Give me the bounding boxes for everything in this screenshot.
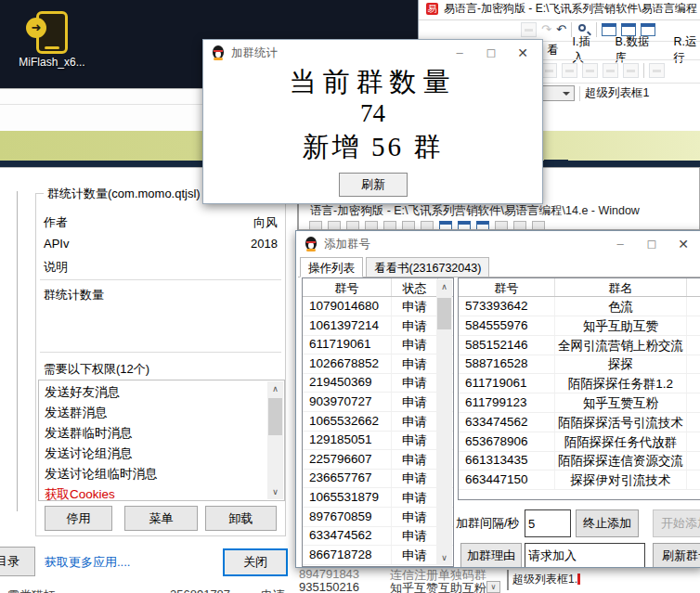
status-cell: 申请 (392, 431, 438, 449)
scroll-down-icon[interactable]: ∨ (486, 581, 500, 593)
maximize-button[interactable]: ◻ (636, 231, 668, 257)
scroll-down-icon[interactable]: ∨ (267, 484, 283, 499)
table-row[interactable]: 1065531879申请 (303, 488, 453, 508)
more-apps-link[interactable]: 获取更多应用.... (45, 554, 130, 571)
scroll-thumb[interactable] (268, 398, 282, 435)
tab-operation-list[interactable]: 操作列表 (300, 257, 363, 277)
qq-icon (304, 237, 318, 251)
toolbar-icon[interactable] (402, 221, 415, 230)
table-scrollbar[interactable]: ∧ ∨ (436, 279, 452, 565)
refresh-button[interactable]: 刷新 (339, 173, 408, 197)
permission-item[interactable]: 发送好友消息 (45, 384, 120, 403)
close-icon[interactable]: ✕ (668, 231, 699, 257)
window-layout-icon[interactable] (602, 23, 616, 36)
table-row[interactable]: 1079014680申请 (303, 297, 453, 316)
window-title: 添加群号 (324, 237, 370, 252)
maximize-button[interactable]: ◻ (475, 40, 507, 66)
permissions-scrollbar[interactable]: ∧ ∨ (267, 381, 283, 499)
toolbar-icon[interactable] (513, 221, 526, 230)
table-row[interactable]: 588716528探探 (459, 355, 700, 374)
scroll-up-icon[interactable]: ∧ (436, 279, 452, 294)
toolbar-icon[interactable] (421, 221, 434, 230)
table-row[interactable]: 129185051申请 (303, 431, 453, 450)
table-row[interactable]: 653678906陌陌探探任务代放群 (459, 432, 700, 452)
column-header-group-id[interactable]: 群号 (303, 278, 392, 296)
stop-button[interactable]: 停用 (45, 506, 112, 531)
minimize-button[interactable]: – (604, 231, 636, 257)
column-header-group-id[interactable]: 群号 (459, 278, 555, 296)
toolbar-icon[interactable] (495, 221, 508, 230)
permission-item[interactable]: 发送讨论组消息 (45, 445, 133, 464)
toolbar-icon[interactable] (532, 221, 545, 230)
table-row[interactable]: 236657767申请 (303, 469, 453, 488)
group-id-cell: 225796607 (303, 450, 392, 469)
table-row[interactable]: 633474562申请 (303, 526, 453, 546)
column-header-status[interactable]: 状态 (392, 278, 438, 296)
group-id-cell: 653678906 (459, 432, 555, 451)
join-reason-input[interactable] (525, 543, 645, 568)
menu-button[interactable]: 菜单 (124, 506, 198, 531)
table-row[interactable]: 219450369申请 (303, 373, 453, 393)
interval-input[interactable] (525, 509, 571, 537)
uninstall-button[interactable]: 卸载 (205, 506, 277, 531)
toolbar-icon[interactable] (365, 221, 378, 230)
refresh-groups-button[interactable]: 刷新群号 (653, 543, 700, 568)
table-row[interactable]: 573393642色流 (459, 297, 700, 316)
table-row[interactable]: 585152146全网引流营销上粉交流 (459, 336, 700, 355)
table-row[interactable]: 225796607申请 (303, 450, 453, 470)
column-header-group-name[interactable]: 群名 (555, 278, 687, 296)
table-row[interactable]: 661313435陌陌探探连信资源交流 (459, 451, 700, 471)
menu-item[interactable]: 看 (547, 43, 559, 58)
align-icon[interactable] (541, 63, 557, 78)
desktop-icon-miflash[interactable]: ➜ MiFlash_x6... (13, 7, 91, 69)
minimize-button[interactable]: – (444, 40, 475, 66)
align-icon[interactable] (562, 63, 577, 78)
align-icon[interactable] (623, 63, 639, 78)
component-dropdown[interactable] (541, 85, 575, 101)
table-row[interactable]: 1061397214申请 (303, 316, 453, 336)
table-row[interactable]: 1065532662申请 (303, 412, 453, 432)
table-row[interactable]: 663447150探探伊对引流技术 (459, 471, 700, 490)
table-row[interactable]: 611799123知乎互赞互粉 (459, 393, 700, 413)
toolbar-icon[interactable] (439, 221, 452, 230)
toolbar-icon[interactable] (458, 221, 471, 230)
stop-adding-button[interactable]: 终止添加 (576, 509, 639, 537)
toolbar-icon[interactable] (309, 221, 322, 230)
table-row[interactable]: 866718728申请 (303, 546, 453, 565)
toolbar-icon[interactable] (328, 221, 341, 230)
toolbar-icon[interactable] (346, 221, 359, 230)
table-row[interactable]: 633474562陌陌探探活号引流技术 (459, 413, 700, 432)
group-id-cell: 1065531879 (303, 488, 392, 507)
table-row[interactable]: 1026678852申请 (303, 355, 453, 374)
toolbar-icon[interactable] (476, 221, 489, 230)
toolbar-icon[interactable] (383, 221, 396, 230)
permission-item[interactable]: 发送讨论组临时消息 (45, 466, 158, 484)
redo-icon[interactable]: ↷ (541, 22, 551, 36)
close-button[interactable]: 关闭 (223, 548, 288, 576)
permission-item[interactable]: 发送群消息 (45, 405, 108, 423)
paste-icon[interactable] (521, 22, 537, 37)
table-row[interactable]: 611719061申请 (303, 335, 453, 355)
permission-item[interactable]: 发送群临时消息 (45, 425, 133, 444)
scroll-down-icon[interactable]: ∨ (436, 550, 452, 565)
group-name-cell: 陌陌探探任务代放群 (555, 432, 687, 451)
align-icon[interactable] (603, 63, 618, 78)
undo-icon[interactable]: ↶ (556, 22, 566, 36)
table-row[interactable]: 584555976知乎互助互赞 (459, 316, 700, 336)
close-icon[interactable]: ✕ (507, 40, 538, 66)
scroll-thumb[interactable] (437, 298, 451, 329)
start-adding-button[interactable]: 开始添加 (653, 509, 700, 537)
directory-button[interactable]: 目录 (0, 547, 35, 576)
scroll-up-icon[interactable]: ∧ (267, 381, 283, 396)
permissions-title: 需要以下权限(12个) (44, 361, 149, 378)
align-icon[interactable] (582, 63, 598, 78)
table-row[interactable]: 903970727申请 (303, 393, 453, 412)
tab-account[interactable]: 看看书(2316732043) (366, 257, 489, 277)
group-name-cell: 知乎互赞互粉 (555, 393, 687, 412)
table-row[interactable]: 897670859申请 (303, 508, 453, 527)
permission-item[interactable]: 获取Cookies (45, 486, 115, 501)
table-row[interactable]: 611719061陌陌探探任务群1.2 (459, 374, 700, 393)
ide-titlebar[interactable]: 易 易语言-加密狗版 - E:\飞讯系列营销软件\易语言编程 (419, 0, 700, 17)
size-icon[interactable] (649, 63, 665, 78)
join-reason-button[interactable]: 加群理由 (460, 543, 522, 568)
